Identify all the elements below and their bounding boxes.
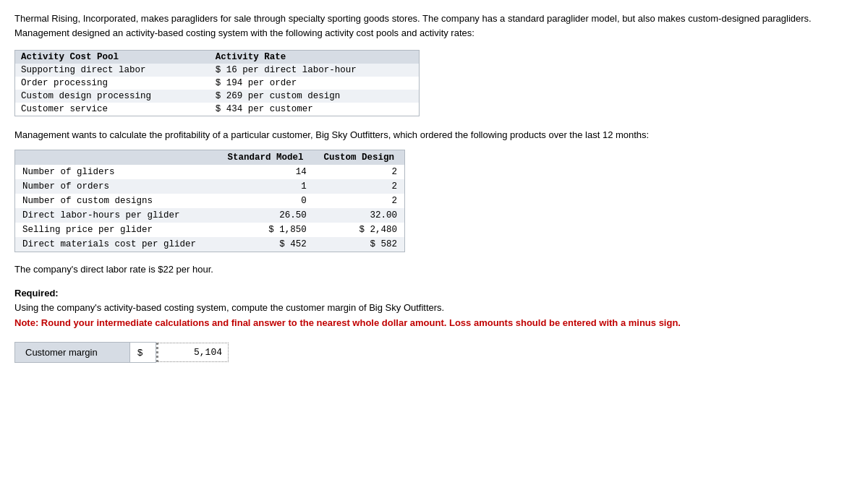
activity-cost-table: Activity Cost Pool Activity Rate Support…: [14, 50, 420, 116]
data-standard-6: $ 452: [218, 237, 314, 252]
data-custom-5: $ 2,480: [314, 223, 405, 237]
activity-pool-2: Order processing: [15, 77, 210, 90]
custom-design-header: Custom Design: [314, 150, 405, 165]
data-row-2: Number of orders 1 2: [15, 179, 405, 194]
data-label-1: Number of gliders: [15, 165, 218, 179]
data-standard-4: 26.50: [218, 208, 314, 223]
data-label-6: Direct materials cost per glider: [15, 237, 218, 252]
management-text: Management wants to calculate the profit…: [14, 128, 854, 142]
required-section: Required: Using the company's activity-b…: [14, 286, 854, 330]
activity-pool-3: Custom design processing: [15, 90, 210, 103]
activity-table-header-row: Activity Cost Pool Activity Rate: [15, 51, 420, 64]
data-row-3: Number of custom designs 0 2: [15, 194, 405, 208]
activity-table-row-1: Supporting direct labor $ 16 per direct …: [15, 64, 420, 77]
data-row-6: Direct materials cost per glider $ 452 $…: [15, 237, 405, 252]
activity-rate-1: $ 16 per direct labor-hour: [210, 64, 420, 77]
data-row-4: Direct labor-hours per glider 26.50 32.0…: [15, 208, 405, 223]
data-standard-2: 1: [218, 179, 314, 194]
activity-pool-1: Supporting direct labor: [15, 64, 210, 77]
required-text1: Using the company's activity-based costi…: [14, 302, 444, 313]
answer-row: Customer margin $: [14, 342, 854, 363]
activity-rate-3: $ 269 per custom design: [210, 90, 420, 103]
dollar-sign: $: [130, 342, 156, 363]
data-row-5: Selling price per glider $ 1,850 $ 2,480: [15, 223, 405, 237]
activity-cost-pool-header: Activity Cost Pool: [15, 51, 210, 64]
activity-table-row-3: Custom design processing $ 269 per custo…: [15, 90, 420, 103]
data-label-2: Number of orders: [15, 179, 218, 194]
customer-margin-label: Customer margin: [14, 342, 130, 363]
data-label-5: Selling price per glider: [15, 223, 218, 237]
data-label-4: Direct labor-hours per glider: [15, 208, 218, 223]
activity-table-row-2: Order processing $ 194 per order: [15, 77, 420, 90]
data-custom-1: 2: [314, 165, 405, 179]
data-custom-6: $ 582: [314, 237, 405, 252]
intro-text: Thermal Rising, Incorporated, makes para…: [14, 12, 854, 40]
customer-margin-input[interactable]: [156, 343, 229, 362]
activity-rate-4: $ 434 per customer: [210, 103, 420, 116]
direct-labor-text: The company's direct labor rate is $22 p…: [14, 264, 854, 275]
required-bold-label: Required:: [14, 288, 59, 299]
required-label: Required: Using the company's activity-b…: [14, 286, 854, 317]
activity-rate-2: $ 194 per order: [210, 77, 420, 90]
required-note: Note: Round your intermediate calculatio…: [14, 316, 854, 330]
data-table-header-row: Standard Model Custom Design: [15, 150, 405, 165]
activity-pool-4: Customer service: [15, 103, 210, 116]
data-standard-3: 0: [218, 194, 314, 208]
data-standard-1: 14: [218, 165, 314, 179]
product-data-table: Standard Model Custom Design Number of g…: [14, 150, 405, 252]
standard-model-header: Standard Model: [218, 150, 314, 165]
data-row-1: Number of gliders 14 2: [15, 165, 405, 179]
data-custom-2: 2: [314, 179, 405, 194]
data-custom-3: 2: [314, 194, 405, 208]
activity-rate-header: Activity Rate: [210, 51, 420, 64]
data-col-empty-header: [15, 150, 218, 165]
data-standard-5: $ 1,850: [218, 223, 314, 237]
data-custom-4: 32.00: [314, 208, 405, 223]
activity-table-row-4: Customer service $ 434 per customer: [15, 103, 420, 116]
data-label-3: Number of custom designs: [15, 194, 218, 208]
